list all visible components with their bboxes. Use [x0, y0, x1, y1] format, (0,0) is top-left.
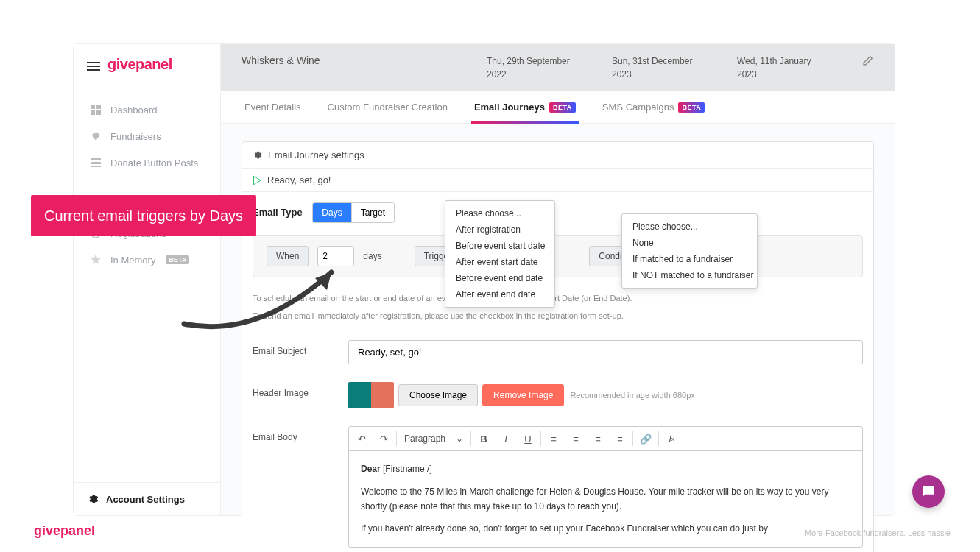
email-type-label: Email Type: [253, 207, 303, 218]
sidebar-item-label: Fundraisers: [110, 131, 161, 142]
heart-icon: [90, 130, 102, 142]
annotation-callout: Current email triggers by Days: [31, 195, 256, 236]
trigger-option[interactable]: After event start date: [445, 254, 554, 270]
email-type-segment: Days Target: [312, 202, 395, 223]
footer-tagline: More Facebook fundraisers. Less hassle: [805, 528, 951, 537]
chat-icon: [920, 484, 937, 500]
svg-rect-4: [91, 158, 101, 160]
tab-email-journeys[interactable]: Email Journeys BETA: [471, 91, 579, 123]
gear-icon: [87, 493, 99, 505]
redo-icon[interactable]: ↷: [373, 428, 395, 449]
brand-logo: givepanel: [107, 56, 172, 73]
posts-icon: [90, 157, 102, 169]
tab-sms-campaigns[interactable]: SMS Campaigns BETA: [599, 91, 708, 123]
svg-rect-0: [91, 105, 95, 109]
trigger-dropdown[interactable]: Please choose... After registration Befo…: [445, 200, 555, 308]
chat-fab[interactable]: [912, 475, 945, 508]
svg-rect-2: [91, 110, 95, 115]
trigger-option[interactable]: Please choose...: [445, 205, 554, 222]
trigger-option[interactable]: After event end date: [445, 286, 554, 302]
org-name: Whiskers & Wine: [242, 54, 457, 66]
condition-dropdown[interactable]: Please choose... None If matched to a fu…: [621, 213, 758, 289]
svg-rect-3: [96, 110, 101, 115]
gear-icon: [253, 150, 262, 160]
panel-step-header[interactable]: Ready, set, go!: [242, 169, 873, 192]
choose-image-button[interactable]: Choose Image: [398, 384, 478, 406]
menu-icon[interactable]: [87, 60, 100, 70]
sidebar-item-label: In Memory: [110, 255, 155, 266]
panel-step-title: Ready, set, go!: [267, 174, 331, 185]
trigger-option[interactable]: Before event end date: [445, 270, 554, 286]
trigger-option[interactable]: After registration: [445, 222, 554, 238]
account-settings-label: Account Settings: [106, 494, 185, 505]
panel-settings-title: Email Journey settings: [268, 149, 364, 160]
date-1: Thu, 29th September 2022: [487, 54, 582, 81]
svg-rect-1: [96, 105, 101, 109]
italic-icon[interactable]: I: [495, 428, 517, 449]
tab-event-details[interactable]: Event Details: [242, 91, 304, 123]
image-hint: Recommended image width 680px: [570, 391, 694, 400]
svg-rect-5: [91, 162, 101, 164]
footer-logo: givepanel: [34, 523, 95, 539]
align-center-icon[interactable]: ≡: [565, 428, 587, 449]
chevron-down-icon: ⌄: [456, 434, 463, 444]
trigger-option[interactable]: Before event start date: [445, 238, 554, 254]
play-icon: [253, 175, 261, 185]
underline-icon[interactable]: U: [517, 428, 539, 449]
dashboard-icon: [90, 104, 102, 116]
annotation-arrow-icon: [177, 243, 368, 339]
align-left-icon[interactable]: ≡: [543, 428, 565, 449]
edit-icon[interactable]: [862, 54, 874, 66]
seg-days-button[interactable]: Days: [313, 203, 350, 222]
link-icon[interactable]: 🔗: [635, 428, 657, 449]
editor-body[interactable]: Dear [Firstname /] Welcome to the 75 Mil…: [349, 451, 862, 547]
seg-target-button[interactable]: Target: [351, 203, 394, 222]
account-settings[interactable]: Account Settings: [74, 482, 220, 515]
condition-option[interactable]: If NOT matched to a fundraiser: [622, 267, 757, 283]
remove-image-button[interactable]: Remove Image: [482, 384, 564, 406]
journey-panel: Email Journey settings Ready, set, go! E…: [242, 141, 874, 552]
sidebar-item-dashboard[interactable]: Dashboard: [74, 96, 220, 123]
beta-badge: BETA: [678, 102, 705, 113]
date-2: Sun, 31st December 2023: [612, 54, 708, 81]
panel-settings-header[interactable]: Email Journey settings: [242, 142, 873, 169]
sidebar-item-fundraisers[interactable]: Fundraisers: [74, 123, 220, 149]
condition-option[interactable]: If matched to a fundraiser: [622, 251, 757, 267]
header-image-label: Header Image: [253, 382, 334, 398]
rich-text-editor: ↶ ↷ Paragraph⌄ B I U ≡: [348, 426, 863, 548]
svg-rect-6: [91, 166, 101, 167]
tab-custom-fundraiser[interactable]: Custom Fundraiser Creation: [325, 91, 451, 123]
subject-label: Email Subject: [253, 340, 334, 356]
align-right-icon[interactable]: ≡: [587, 428, 609, 449]
condition-option[interactable]: Please choose...: [622, 219, 757, 235]
align-justify-icon[interactable]: ≡: [609, 428, 631, 449]
memory-icon: [90, 254, 102, 266]
body-label: Email Body: [253, 426, 334, 442]
clear-format-icon[interactable]: Ix: [660, 428, 683, 449]
sidebar-item-donate-button-posts[interactable]: Donate Button Posts: [74, 149, 220, 176]
undo-icon[interactable]: ↶: [350, 428, 373, 449]
topbar: Whiskers & Wine Thu, 29th September 2022…: [221, 44, 895, 91]
sidebar-item-label: Dashboard: [110, 105, 158, 116]
tabs: Event Details Custom Fundraiser Creation…: [221, 91, 895, 124]
beta-badge: BETA: [549, 102, 576, 113]
editor-toolbar: ↶ ↷ Paragraph⌄ B I U ≡: [349, 427, 862, 451]
bold-icon[interactable]: B: [473, 428, 495, 449]
subject-input[interactable]: [348, 340, 863, 364]
paragraph-select[interactable]: Paragraph⌄: [398, 431, 469, 447]
condition-option[interactable]: None: [622, 235, 757, 251]
date-3: Wed, 11th January 2023: [737, 54, 833, 81]
header-image-thumb: [348, 382, 394, 408]
sidebar-item-label: Donate Button Posts: [110, 158, 198, 169]
